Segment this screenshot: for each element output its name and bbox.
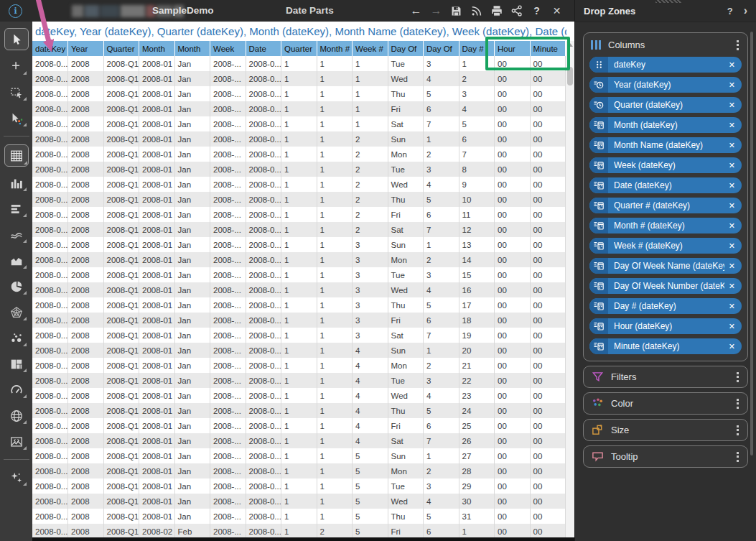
calendar-icon[interactable]: [589, 117, 608, 133]
table-cell[interactable]: 2008-0...: [32, 388, 68, 403]
table-cell[interactable]: 00: [530, 343, 566, 358]
table-cell[interactable]: 00: [530, 282, 566, 297]
table-cell[interactable]: Mon: [388, 252, 424, 267]
table-cell[interactable]: 2008-0...: [32, 56, 68, 71]
column-pill[interactable]: Day Of Week Number (dateKey)✕: [589, 278, 742, 294]
table-cell[interactable]: 2008-0...: [246, 86, 281, 101]
table-cell[interactable]: 2008-...: [210, 328, 246, 343]
pill-close-icon[interactable]: ✕: [729, 322, 735, 331]
table-cell[interactable]: 00: [530, 509, 566, 524]
table-cell[interactable]: 3: [353, 252, 388, 267]
table-cell[interactable]: 3: [424, 478, 459, 494]
table-cell[interactable]: 1: [353, 71, 388, 86]
table-cell[interactable]: 2008-0...: [246, 433, 281, 448]
table-cell[interactable]: Jan: [174, 71, 210, 86]
table-cell[interactable]: 2008-Q1: [103, 282, 139, 297]
ai-sparkle-tool[interactable]: [6, 468, 27, 487]
table-cell[interactable]: 1: [281, 192, 317, 207]
table-cell[interactable]: 7: [424, 433, 459, 448]
table-cell[interactable]: Jan: [174, 388, 210, 403]
table-cell[interactable]: 2008: [68, 207, 104, 222]
table-cell[interactable]: 4: [424, 494, 459, 509]
table-cell[interactable]: 2008-0...: [32, 131, 68, 147]
panel-help-icon[interactable]: ?: [727, 6, 733, 17]
table-cell[interactable]: 2008: [68, 116, 104, 131]
table-cell[interactable]: 2008: [68, 524, 104, 539]
table-cell[interactable]: 00: [495, 328, 531, 343]
table-cell[interactable]: 2008-0...: [32, 328, 68, 343]
table-cell[interactable]: 2008-0...: [32, 433, 68, 448]
table-cell[interactable]: Jan: [174, 463, 210, 478]
pill-close-icon[interactable]: ✕: [729, 141, 735, 150]
table-cell[interactable]: 2008: [68, 494, 104, 509]
column-header[interactable]: Month #: [317, 41, 353, 56]
calendar-icon[interactable]: [589, 298, 608, 314]
table-cell[interactable]: 5: [424, 297, 459, 313]
table-cell[interactable]: Wed: [388, 494, 424, 509]
column-pill[interactable]: Week (dateKey)✕: [589, 157, 742, 173]
table-cell[interactable]: Fri: [388, 101, 424, 116]
marked-items-tool[interactable]: [6, 108, 27, 128]
table-cell[interactable]: 2008-Q1: [103, 509, 139, 524]
table-cell[interactable]: 2008-01: [139, 313, 175, 328]
table-cell[interactable]: Jan: [174, 433, 210, 448]
table-cell[interactable]: Fri: [388, 524, 424, 539]
table-cell[interactable]: 1: [281, 237, 317, 252]
table-cell[interactable]: Fri: [388, 207, 424, 222]
table-cell[interactable]: 2008-01: [139, 116, 175, 131]
table-cell[interactable]: 2008-01: [139, 433, 175, 448]
calendar-icon[interactable]: [589, 258, 608, 274]
table-cell[interactable]: 1: [281, 297, 317, 313]
table-cell[interactable]: 2008: [68, 388, 104, 403]
table-cell[interactable]: 2008-01: [139, 358, 175, 373]
tooltip-menu-icon[interactable]: [735, 449, 740, 465]
table-cell[interactable]: 00: [495, 297, 531, 313]
table-cell[interactable]: 2008: [68, 282, 104, 297]
table-cell[interactable]: 2008-01: [139, 237, 175, 252]
table-cell[interactable]: 3: [459, 86, 495, 101]
table-cell[interactable]: 00: [495, 373, 531, 388]
table-cell[interactable]: 2008-...: [210, 86, 246, 101]
table-cell[interactable]: 1: [281, 343, 317, 358]
table-cell[interactable]: 5: [424, 403, 459, 418]
table-cell[interactable]: 2008-...: [210, 116, 246, 131]
table-cell[interactable]: 2008-Q1: [103, 71, 139, 86]
table-cell[interactable]: 28: [459, 463, 495, 478]
table-cell[interactable]: Wed: [388, 177, 424, 192]
calendar-icon[interactable]: [589, 318, 608, 334]
table-cell[interactable]: 2008-Q1: [103, 252, 139, 267]
table-cell[interactable]: Mon: [388, 463, 424, 478]
table-cell[interactable]: 2008-Q1: [103, 418, 139, 433]
table-cell[interactable]: 2008-Q1: [103, 373, 139, 388]
calendar-icon[interactable]: [589, 218, 608, 233]
table-cell[interactable]: 1: [353, 86, 388, 101]
table-cell[interactable]: 1: [317, 403, 353, 418]
table-cell[interactable]: 1: [281, 131, 317, 147]
table-cell[interactable]: 2008-0...: [246, 448, 281, 463]
table-cell[interactable]: 2008-0...: [32, 524, 68, 539]
table-cell[interactable]: 2008-Q1: [103, 358, 139, 373]
filters-drop-zone[interactable]: Filters: [583, 366, 748, 388]
table-cell[interactable]: 2008-Q1: [103, 403, 139, 418]
table-cell[interactable]: 2008-01: [139, 177, 175, 192]
pie-chart-viz[interactable]: [6, 277, 27, 296]
pill-close-icon[interactable]: ✕: [729, 101, 735, 110]
calendar-icon[interactable]: [589, 278, 608, 294]
table-cell[interactable]: 2008-0...: [246, 71, 281, 86]
table-cell[interactable]: Jan: [174, 509, 210, 524]
table-cell[interactable]: 00: [495, 207, 531, 222]
table-cell[interactable]: 1: [353, 101, 388, 116]
table-cell[interactable]: 2: [353, 192, 388, 207]
panel-drag-handle[interactable]: [655, 0, 681, 3]
table-cell[interactable]: 2008-Q1: [103, 237, 139, 252]
table-cell[interactable]: 2008-0...: [32, 101, 68, 116]
table-cell[interactable]: Jan: [174, 267, 210, 282]
table-cell[interactable]: 6: [424, 313, 459, 328]
table-cell[interactable]: 2008: [68, 463, 104, 478]
table-cell[interactable]: 1: [317, 71, 353, 86]
table-cell[interactable]: 2008-01: [139, 373, 175, 388]
table-cell[interactable]: 1: [281, 328, 317, 343]
table-cell[interactable]: 11: [459, 207, 495, 222]
table-cell[interactable]: 2: [353, 162, 388, 177]
table-cell[interactable]: 2008-0...: [32, 71, 68, 86]
